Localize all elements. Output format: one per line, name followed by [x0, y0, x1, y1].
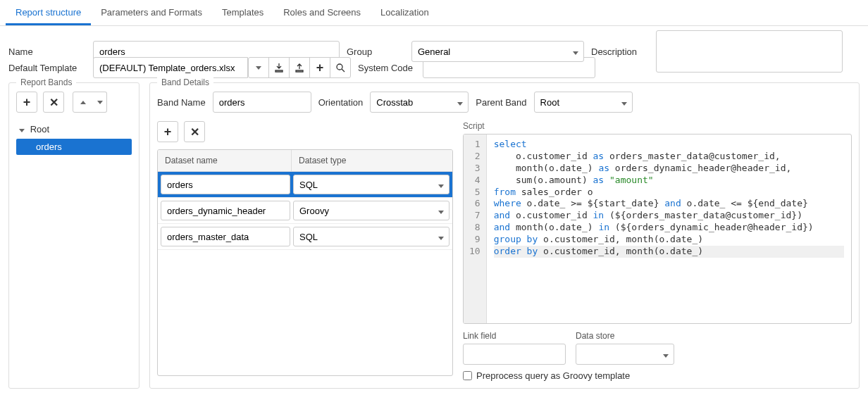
tab-report-structure[interactable]: Report structure [6, 0, 91, 25]
script-editor[interactable]: 12345678910 select o.customer_id as orde… [463, 134, 852, 324]
search-icon [335, 63, 345, 73]
remove-dataset-button[interactable]: ✕ [184, 121, 205, 142]
dataset-type-select[interactable] [293, 201, 450, 220]
report-bands-legend: Report Bands [16, 77, 76, 87]
tree-item-orders[interactable]: orders [16, 139, 132, 155]
parent-band-select[interactable] [534, 92, 633, 113]
download-icon [274, 63, 284, 73]
remove-band-button[interactable]: ✕ [43, 92, 64, 113]
group-select[interactable] [411, 41, 584, 62]
link-field-input[interactable] [463, 344, 566, 365]
dataset-row[interactable] [158, 224, 452, 250]
tab-parameters-and-formats[interactable]: Parameters and Formats [91, 0, 212, 25]
band-name-label: Band Name [157, 97, 206, 108]
search-button[interactable] [330, 57, 351, 78]
default-template-label: Default Template [8, 63, 86, 73]
data-store-label: Data store [576, 331, 674, 341]
code-content: select o.customer_id as orders_master_da… [487, 134, 851, 323]
report-bands-panel: Report Bands + ✕ Root orders [8, 82, 140, 389]
dataset-type-select[interactable] [293, 175, 450, 194]
upload-icon [294, 63, 304, 73]
col-dataset-name[interactable]: Dataset name [158, 150, 292, 171]
parent-band-label: Parent Band [476, 97, 526, 108]
orientation-select[interactable] [370, 92, 469, 113]
name-label: Name [8, 46, 86, 57]
col-dataset-type[interactable]: Dataset type [292, 150, 452, 171]
orientation-label: Orientation [318, 97, 364, 108]
add-band-button[interactable]: + [16, 92, 37, 113]
dataset-type-select[interactable] [293, 227, 450, 246]
svg-point-0 [337, 64, 342, 70]
upload-button[interactable] [289, 57, 310, 78]
script-label: Script [463, 121, 852, 131]
data-store-select[interactable] [576, 344, 674, 365]
preprocess-checkbox[interactable] [463, 371, 472, 380]
add-template-button[interactable]: + [309, 57, 330, 78]
preprocess-label: Preprocess query as Groovy template [476, 370, 630, 381]
link-field-label: Link field [463, 331, 566, 341]
description-textarea[interactable] [656, 30, 843, 73]
bands-tree: Root orders [16, 120, 132, 155]
band-name-input[interactable] [213, 92, 311, 113]
band-details-legend: Band Details [157, 77, 213, 87]
datasets-table: Dataset name Dataset type [157, 149, 453, 376]
tabs-bar: Report structureParameters and FormatsTe… [0, 0, 868, 26]
default-template-input[interactable] [93, 57, 248, 78]
dataset-name-input[interactable] [161, 227, 290, 246]
dataset-row[interactable] [158, 172, 452, 198]
description-label: Description [591, 46, 649, 57]
template-dropdown-button[interactable] [248, 57, 269, 78]
move-down-button[interactable] [93, 92, 107, 113]
add-dataset-button[interactable]: + [157, 121, 178, 142]
caret-down-icon [19, 124, 25, 134]
dataset-name-input[interactable] [161, 201, 290, 220]
tree-root-node[interactable]: Root [16, 120, 132, 139]
move-up-button[interactable] [73, 92, 94, 113]
band-details-panel: Band Details Band Name Orientation Paren… [149, 82, 860, 389]
dataset-row[interactable] [158, 198, 452, 224]
tab-templates[interactable]: Templates [212, 0, 273, 25]
tab-localization[interactable]: Localization [371, 0, 439, 25]
line-gutter: 12345678910 [464, 134, 487, 323]
dataset-name-input[interactable] [161, 175, 290, 194]
download-button[interactable] [268, 57, 290, 78]
group-label: Group [347, 46, 404, 57]
tab-roles-and-screens[interactable]: Roles and Screens [273, 0, 371, 25]
system-code-label: System Code [358, 63, 416, 73]
